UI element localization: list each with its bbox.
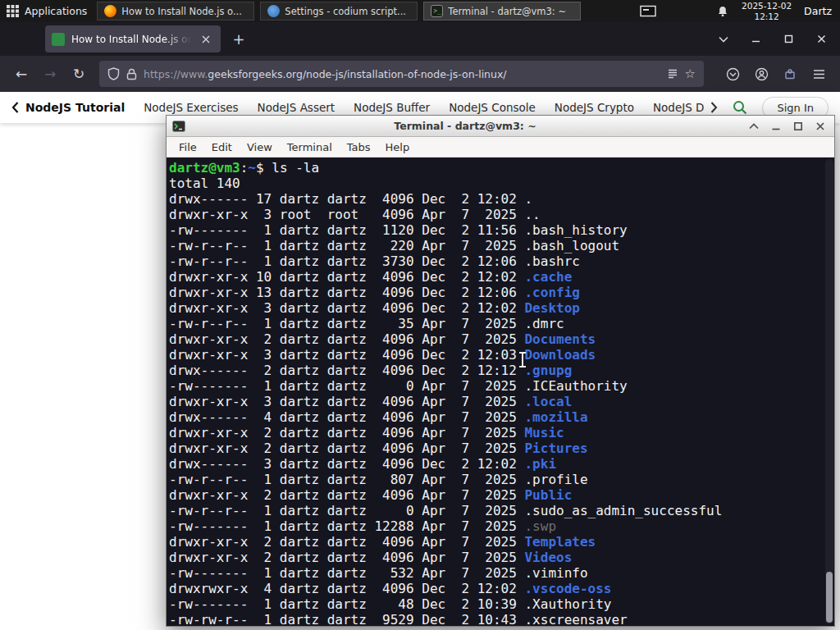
- nav-scroll-right-chevron-icon[interactable]: [710, 102, 718, 113]
- list-all-tabs-button[interactable]: [712, 28, 735, 51]
- desktop: Applications How to Install Node.js o...…: [0, 0, 840, 630]
- taskbar: Applications How to Install Node.js o...…: [0, 0, 840, 22]
- terminal-line: drwxr-xr-x 13 dartz dartz 4096 Dec 2 12:…: [169, 285, 834, 300]
- terminal-line: total 140: [169, 176, 834, 191]
- account-icon[interactable]: [748, 61, 774, 87]
- terminal-line: drwxr-xr-x 2 dartz dartz 4096 Apr 7 2025…: [169, 534, 834, 550]
- notifications-bell-icon[interactable]: [716, 5, 729, 18]
- gfg-favicon: [52, 33, 65, 46]
- window-minimize-button[interactable]: [743, 29, 768, 50]
- browser-tab[interactable]: How to Install Node.js on: [45, 25, 221, 52]
- terminal-line: -rw------- 1 dartz dartz 0 Apr 7 2025 .I…: [169, 378, 834, 394]
- terminal-line: drwxr-xr-x 3 dartz dartz 4096 Dec 2 12:0…: [169, 347, 834, 363]
- terminal-line: -rw-r--r-- 1 dartz dartz 220 Apr 7 2025 …: [169, 238, 834, 253]
- terminal-maximize-button[interactable]: [789, 118, 806, 135]
- terminal-screen[interactable]: dartz@vm3:~$ ls -latotal 140drwx------ 1…: [167, 158, 834, 626]
- terminal-line: drwx------ 4 dartz dartz 4096 Apr 7 2025…: [169, 409, 834, 425]
- forward-button[interactable]: →: [37, 61, 63, 87]
- applications-menu-button[interactable]: Applications: [0, 0, 97, 22]
- browser-tab-bar: How to Install Node.js on +: [0, 22, 840, 56]
- browser-toolbar: ← → ↻ https://www.geeksforgeeks.org/node…: [0, 56, 840, 92]
- codium-icon: [267, 5, 280, 17]
- menu-terminal[interactable]: Terminal: [280, 141, 340, 153]
- terminal-window-title: Terminal - dartz@vm3: ~: [190, 120, 740, 132]
- taskbar-window-button[interactable]: Settings - codium script...: [260, 2, 418, 21]
- terminal-output: dartz@vm3:~$ ls -latotal 140drwx------ 1…: [169, 160, 834, 626]
- clock[interactable]: 2025-12-02 12:12: [742, 1, 792, 21]
- url-path: geeksforgeeks.org/node-js/installation-o…: [208, 68, 506, 80]
- nav-item-nodejs-console[interactable]: NodeJS Console: [449, 101, 536, 114]
- firefox-icon: [104, 5, 116, 17]
- user-menu[interactable]: Dartz: [804, 5, 832, 17]
- tray-display-icon[interactable]: [640, 5, 656, 18]
- taskbar-window-button[interactable]: Terminal - dartz@vm3: ~: [423, 2, 581, 21]
- terminal-line: drwx------ 2 dartz dartz 4096 Dec 2 12:1…: [169, 363, 834, 378]
- tab-close-icon[interactable]: [198, 31, 214, 48]
- mouse-cursor-ibeam: [522, 353, 523, 367]
- taskbar-window-title: Settings - codium script...: [285, 6, 406, 17]
- lock-icon[interactable]: [126, 68, 137, 80]
- clock-date: 2025-12-02: [742, 1, 792, 11]
- terminal-line: drwxr-xr-x 2 dartz dartz 4096 Apr 7 2025…: [169, 487, 834, 503]
- terminal-line: drwxr-xr-x 10 dartz dartz 4096 Dec 2 12:…: [169, 269, 834, 285]
- terminal-line: -rw------- 1 dartz dartz 12288 Apr 7 202…: [169, 518, 834, 534]
- window-maximize-button[interactable]: [776, 29, 801, 50]
- menu-file[interactable]: File: [171, 141, 204, 153]
- nav-item-nodejs-dns[interactable]: NodeJS DNS: [653, 101, 704, 114]
- terminal-line: drwxr-xr-x 3 dartz dartz 4096 Apr 7 2025…: [169, 394, 834, 409]
- terminal-line: dartz@vm3:~$ ls -la: [169, 160, 834, 176]
- terminal-scrollbar-thumb[interactable]: [826, 572, 833, 623]
- nav-item-nodejs-tutorial[interactable]: NodeJS Tutorial: [25, 101, 125, 114]
- window-close-button[interactable]: [809, 29, 833, 50]
- terminal-line: -rw-r--r-- 1 dartz dartz 35 Apr 7 2025 .…: [169, 316, 834, 331]
- url-bar[interactable]: https://www.geeksforgeeks.org/node-js/in…: [99, 61, 704, 87]
- nav-scroll-left-chevron-icon[interactable]: [11, 102, 19, 113]
- taskbar-tray: 2025-12-02 12:12 Dartz: [640, 1, 840, 21]
- extensions-puzzle-icon[interactable]: [777, 61, 803, 87]
- menu-view[interactable]: View: [240, 141, 280, 153]
- menu-tabs[interactable]: Tabs: [340, 141, 378, 153]
- terminal-shade-button[interactable]: [745, 118, 762, 135]
- reload-button[interactable]: ↻: [66, 61, 92, 87]
- menu-help[interactable]: Help: [378, 141, 418, 153]
- terminal-line: drwxr-xr-x 2 dartz dartz 4096 Apr 7 2025…: [169, 441, 834, 456]
- terminal-line: drwx------ 17 dartz dartz 4096 Dec 2 12:…: [169, 191, 834, 207]
- terminal-scrollbar[interactable]: [825, 159, 833, 624]
- nav-item-nodejs-buffer[interactable]: NodeJS Buffer: [354, 101, 430, 114]
- bookmark-star-icon[interactable]: ☆: [685, 66, 696, 81]
- clock-time: 12:12: [742, 11, 792, 22]
- terminal-titlebar[interactable]: Terminal - dartz@vm3: ~: [167, 116, 834, 137]
- reader-mode-icon[interactable]: [667, 68, 678, 80]
- terminal-icon: [431, 5, 443, 17]
- applications-grid-icon: [7, 5, 19, 17]
- taskbar-window-title: Terminal - dartz@vm3: ~: [448, 6, 566, 17]
- search-icon[interactable]: [732, 99, 748, 116]
- applications-label: Applications: [25, 5, 87, 17]
- gfg-nav-items: NodeJS TutorialNodeJS ExercisesNodeJS As…: [25, 101, 704, 114]
- terminal-minimize-button[interactable]: [767, 118, 784, 135]
- taskbar-window-button[interactable]: How to Install Node.js o...: [97, 2, 254, 21]
- terminal-line: drwx------ 3 dartz dartz 4096 Dec 2 12:0…: [169, 456, 834, 472]
- pocket-icon[interactable]: [719, 61, 746, 87]
- nav-item-nodejs-assert[interactable]: NodeJS Assert: [258, 101, 336, 114]
- terminal-line: -rw------- 1 dartz dartz 1120 Dec 2 11:5…: [169, 222, 834, 238]
- url-protocol: https://www.: [144, 68, 208, 80]
- back-button[interactable]: ←: [8, 61, 34, 87]
- taskbar-window-title: How to Install Node.js o...: [121, 6, 242, 17]
- tracking-protection-shield-icon[interactable]: [107, 67, 120, 80]
- terminal-line: drwxr-xr-x 2 dartz dartz 4096 Apr 7 2025…: [169, 331, 834, 347]
- nav-item-nodejs-exercises[interactable]: NodeJS Exercises: [144, 101, 238, 114]
- hamburger-menu-icon[interactable]: [806, 61, 832, 87]
- nav-item-nodejs-crypto[interactable]: NodeJS Crypto: [555, 101, 634, 114]
- terminal-line: drwxrwxr-x 4 dartz dartz 4096 Dec 2 12:0…: [169, 581, 834, 596]
- terminal-line: -rw------- 1 dartz dartz 532 Apr 7 2025 …: [169, 565, 834, 581]
- tab-title: How to Install Node.js on: [71, 34, 191, 45]
- terminal-window: Terminal - dartz@vm3: ~ FileEditViewTerm…: [166, 115, 835, 627]
- terminal-line: drwxr-xr-x 3 dartz dartz 4096 Dec 2 12:0…: [169, 300, 834, 316]
- new-tab-button[interactable]: +: [227, 28, 250, 51]
- terminal-line: drwxr-xr-x 2 dartz dartz 4096 Apr 7 2025…: [169, 425, 834, 441]
- terminal-close-button[interactable]: [811, 118, 829, 135]
- terminal-line: -rw-r--r-- 1 dartz dartz 807 Apr 7 2025 …: [169, 472, 834, 487]
- terminal-line: drwxr-xr-x 3 root root 4096 Apr 7 2025 .…: [169, 207, 834, 222]
- menu-edit[interactable]: Edit: [204, 141, 240, 153]
